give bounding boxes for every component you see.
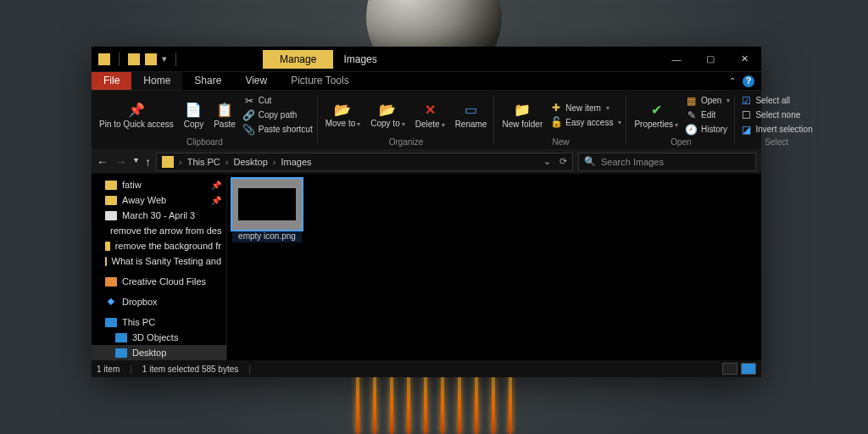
window-title: Images bbox=[333, 53, 387, 65]
search-box[interactable]: 🔍 Search Images bbox=[578, 153, 756, 171]
folder-icon[interactable] bbox=[128, 53, 140, 65]
crumb-this-pc[interactable]: This PC bbox=[187, 157, 220, 167]
tab-file[interactable]: File bbox=[92, 72, 131, 90]
rename-button[interactable]: ▭ Rename bbox=[453, 92, 490, 137]
status-item-count: 1 item bbox=[97, 364, 120, 374]
3d-objects-icon bbox=[115, 333, 127, 342]
qat-dropdown[interactable]: ▾ bbox=[162, 53, 167, 64]
maximize-button[interactable]: ▢ bbox=[693, 47, 727, 72]
minimize-button[interactable]: — bbox=[659, 47, 693, 72]
group-label-select: Select bbox=[740, 137, 812, 147]
pc-icon bbox=[105, 318, 117, 327]
file-item[interactable]: empty icon.png bbox=[232, 179, 302, 242]
sidebar-item-sanity[interactable]: What is Sanity Testing and bbox=[92, 253, 226, 269]
sidebar-item-remove-arrow[interactable]: remove the arrow from des bbox=[92, 223, 226, 238]
history-icon: 🕘 bbox=[686, 124, 698, 136]
delete-button[interactable]: ✕ Delete▾ bbox=[413, 92, 448, 137]
copy-icon: 📄 bbox=[185, 101, 202, 118]
tab-picture-tools[interactable]: Picture Tools bbox=[279, 72, 360, 90]
new-item-button[interactable]: ✚New item▾ bbox=[550, 101, 621, 114]
ribbon: 📌 Pin to Quick access 📄 Copy 📋 Paste ✂Cu… bbox=[92, 91, 761, 150]
sidebar-item-3d-objects[interactable]: 3D Objects bbox=[92, 330, 226, 345]
group-label-clipboard: Clipboard bbox=[97, 137, 313, 147]
paste-button[interactable]: 📋 Paste bbox=[211, 92, 238, 137]
address-dropdown[interactable]: ⌄ bbox=[543, 156, 551, 167]
select-all-icon: ☑ bbox=[740, 95, 752, 107]
explorer-window: ▾ Manage Images — ▢ ✕ File Home Share Vi… bbox=[92, 47, 761, 377]
properties-icon: ✔ bbox=[648, 101, 665, 118]
sidebar-item-march[interactable]: March 30 - April 3 bbox=[92, 208, 226, 223]
tab-share[interactable]: Share bbox=[182, 72, 233, 90]
edit-button[interactable]: ✎Edit bbox=[686, 108, 730, 122]
search-placeholder: Search Images bbox=[601, 157, 664, 167]
nav-forward-button[interactable]: → bbox=[115, 155, 127, 169]
dropbox-icon: ⯁ bbox=[105, 296, 117, 308]
easy-access-button[interactable]: 🔓Easy access▾ bbox=[550, 115, 621, 129]
folder-icon bbox=[98, 53, 110, 65]
desktop-icon bbox=[115, 348, 127, 358]
folder-icon bbox=[162, 156, 174, 168]
select-none-icon: ☐ bbox=[740, 109, 752, 121]
cut-button[interactable]: ✂Cut bbox=[243, 94, 313, 108]
invert-selection-button[interactable]: ◪Invert selection bbox=[740, 123, 812, 136]
sidebar-item-this-pc[interactable]: This PC bbox=[92, 314, 226, 330]
sidebar-item-dropbox[interactable]: ⯁Dropbox bbox=[92, 294, 226, 309]
edit-icon: ✎ bbox=[686, 109, 698, 121]
nav-back-button[interactable]: ← bbox=[97, 155, 108, 169]
sidebar-item-fatiw[interactable]: fatiw📌 bbox=[92, 177, 226, 192]
sidebar-item-remove-bg[interactable]: remove the background fr bbox=[92, 238, 226, 253]
copy-path-button[interactable]: 🔗Copy path bbox=[243, 108, 313, 122]
history-button[interactable]: 🕘History bbox=[686, 123, 730, 136]
path-icon: 🔗 bbox=[243, 109, 255, 121]
folder-icon[interactable] bbox=[145, 53, 157, 65]
view-thumbnails-button[interactable] bbox=[741, 363, 756, 375]
nav-pane[interactable]: fatiw📌 Away Web📌 March 30 - April 3 remo… bbox=[92, 174, 227, 360]
address-bar-row: ← → ▾ ↑ › This PC › Desktop › Images ⌄ ⟳… bbox=[92, 150, 761, 174]
move-icon: 📂 bbox=[334, 101, 351, 118]
invert-icon: ◪ bbox=[740, 124, 752, 136]
paste-shortcut-button[interactable]: 📎Paste shortcut bbox=[243, 123, 313, 136]
content-pane[interactable]: empty icon.png bbox=[227, 174, 761, 360]
pin-icon: 📌 bbox=[128, 102, 145, 119]
file-name-label[interactable]: empty icon.png bbox=[232, 230, 302, 242]
delete-icon: ✕ bbox=[421, 101, 438, 118]
sidebar-item-desktop[interactable]: Desktop bbox=[92, 345, 226, 360]
tab-home[interactable]: Home bbox=[131, 72, 182, 90]
thumbnail-image bbox=[238, 188, 296, 220]
collapse-ribbon-button[interactable]: ⌃ bbox=[729, 76, 736, 86]
tab-view[interactable]: View bbox=[233, 72, 279, 90]
open-icon: ▦ bbox=[686, 95, 698, 107]
sidebar-item-away-web[interactable]: Away Web📌 bbox=[92, 192, 226, 208]
paste-icon: 📋 bbox=[216, 101, 233, 118]
titlebar[interactable]: ▾ Manage Images — ▢ ✕ bbox=[92, 47, 761, 72]
select-all-button[interactable]: ☑Select all bbox=[740, 94, 812, 108]
crumb-desktop[interactable]: Desktop bbox=[233, 157, 267, 167]
pin-icon: 📌 bbox=[211, 196, 221, 205]
quick-access-toolbar: ▾ bbox=[92, 53, 186, 66]
status-selection: 1 item selected 585 bytes bbox=[142, 364, 238, 374]
scissors-icon: ✂ bbox=[243, 95, 255, 107]
refresh-button[interactable]: ⟳ bbox=[559, 156, 567, 167]
nav-recent-button[interactable]: ▾ bbox=[134, 155, 138, 169]
address-bar[interactable]: › This PC › Desktop › Images ⌄ ⟳ bbox=[156, 153, 573, 171]
sidebar-item-creative-cloud[interactable]: Creative Cloud Files bbox=[92, 274, 226, 289]
move-to-button[interactable]: 📂 Move to▾ bbox=[323, 92, 364, 137]
select-none-button[interactable]: ☐Select none bbox=[740, 108, 812, 122]
help-button[interactable]: ? bbox=[743, 75, 754, 87]
new-folder-button[interactable]: 📁 New folder bbox=[499, 92, 545, 137]
easy-access-icon: 🔓 bbox=[550, 116, 562, 128]
search-icon: 🔍 bbox=[584, 156, 596, 167]
close-button[interactable]: ✕ bbox=[727, 47, 761, 72]
group-label-new: New bbox=[499, 137, 621, 147]
pin-to-quick-access-button[interactable]: 📌 Pin to Quick access bbox=[97, 92, 176, 137]
properties-button[interactable]: ✔ Properties▾ bbox=[632, 92, 681, 137]
open-button[interactable]: ▦Open▾ bbox=[686, 94, 730, 108]
view-details-button[interactable] bbox=[722, 363, 737, 375]
crumb-images[interactable]: Images bbox=[281, 157, 312, 167]
copy-to-button[interactable]: 📂 Copy to▾ bbox=[368, 92, 407, 137]
copy-button[interactable]: 📄 Copy bbox=[181, 92, 206, 137]
nav-up-button[interactable]: ↑ bbox=[145, 155, 151, 169]
context-tab-manage[interactable]: Manage bbox=[263, 50, 333, 69]
shortcut-icon: 📎 bbox=[243, 124, 255, 136]
new-item-icon: ✚ bbox=[550, 102, 562, 114]
